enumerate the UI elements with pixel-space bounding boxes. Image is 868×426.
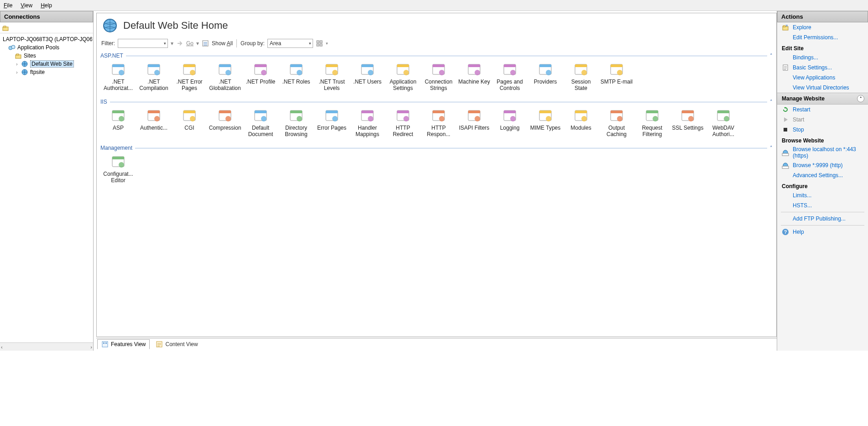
svg-rect-43 — [433, 64, 444, 67]
tree-hscroll[interactable]: ‹› — [0, 342, 93, 351]
tab-content-view[interactable]: Content View — [152, 339, 202, 349]
feature-label: ISAPI Filters — [459, 125, 490, 131]
go-icon[interactable] — [176, 40, 183, 47]
groupby-combo[interactable]: Area — [267, 39, 313, 48]
menu-view[interactable]: View — [21, 2, 32, 9]
feature-icon — [395, 108, 411, 123]
iis-feature-5[interactable]: Directory Browsing — [278, 106, 314, 139]
iis-feature-9[interactable]: HTTP Respon... — [421, 106, 456, 139]
collapse-icon[interactable]: ˄ — [770, 145, 773, 151]
action-browse-9999[interactable]: Browse *:9999 (http) — [777, 160, 868, 170]
action-restart[interactable]: Restart — [777, 105, 868, 115]
iis-feature-7[interactable]: Handler Mappings — [350, 106, 385, 139]
iis-feature-4[interactable]: Default Document — [243, 106, 278, 139]
tab-features-view[interactable]: Features View — [97, 339, 150, 349]
svg-rect-128 — [782, 166, 789, 168]
action-advanced-settings[interactable]: Advanced Settings... — [777, 170, 868, 180]
feature-icon — [324, 62, 340, 77]
expand-icon[interactable]: › — [15, 62, 19, 67]
action-help[interactable]: ? Help — [777, 227, 868, 237]
iis-feature-3[interactable]: Compression — [207, 106, 243, 139]
iis-feature-10[interactable]: ISAPI Filters — [456, 106, 492, 139]
aspnet-feature-7[interactable]: .NET Users — [350, 60, 385, 93]
expand-icon[interactable]: › — [15, 70, 19, 75]
svg-rect-19 — [148, 64, 160, 67]
actions-manage-website[interactable]: Manage Website ˄ — [777, 93, 868, 105]
go-button[interactable]: Go — [186, 40, 193, 47]
collapse-icon[interactable]: ˄ — [770, 53, 773, 59]
aspnet-feature-3[interactable]: .NET Globalization — [207, 60, 243, 93]
aspnet-feature-9[interactable]: Connection Strings — [421, 60, 456, 93]
feature-icon — [110, 62, 126, 77]
iis-feature-13[interactable]: Modules — [563, 106, 599, 139]
iis-feature-0[interactable]: ASP — [100, 106, 136, 139]
iis-feature-17[interactable]: WebDAV Authori... — [706, 106, 741, 139]
mgmt-feature-0[interactable]: Configurat... Editor — [100, 152, 136, 185]
iis-feature-8[interactable]: HTTP Redirect — [385, 106, 421, 139]
tree-app-pools[interactable]: Application Pools — [2, 43, 93, 52]
feature-label: Default Document — [244, 125, 277, 137]
iis-feature-6[interactable]: Error Pages — [314, 106, 350, 139]
aspnet-feature-2[interactable]: .NET Error Pages — [172, 60, 207, 93]
action-bindings[interactable]: Bindings... — [777, 53, 868, 63]
action-explore[interactable]: Explore — [777, 22, 868, 32]
action-hsts[interactable]: HSTS... — [777, 200, 868, 210]
iis-feature-12[interactable]: MIME Types — [528, 106, 563, 139]
globe-icon — [102, 18, 118, 33]
feature-icon — [253, 62, 268, 77]
menu-file[interactable]: File — [4, 2, 12, 9]
aspnet-feature-10[interactable]: Machine Key — [456, 60, 492, 93]
feature-label: .NET Roles — [282, 79, 310, 85]
aspnet-feature-6[interactable]: .NET Trust Levels — [314, 60, 350, 93]
svg-rect-73 — [255, 110, 267, 113]
action-limits[interactable]: Limits... — [777, 190, 868, 200]
aspnet-feature-12[interactable]: Providers — [528, 60, 563, 93]
svg-rect-61 — [112, 110, 124, 113]
aspnet-feature-4[interactable]: .NET Profile — [243, 60, 278, 93]
collapse-icon[interactable]: ˄ — [770, 99, 773, 105]
showall-icon[interactable] — [202, 40, 209, 47]
iis-feature-14[interactable]: Output Caching — [599, 106, 634, 139]
action-basic-settings[interactable]: Basic Settings... — [777, 63, 868, 73]
connect-icon[interactable] — [2, 24, 9, 32]
action-stop[interactable]: Stop — [777, 125, 868, 135]
aspnet-feature-8[interactable]: Application Settings — [385, 60, 421, 93]
tree-ftpsite[interactable]: › ftpsite — [2, 68, 93, 76]
feature-icon — [217, 62, 233, 77]
aspnet-feature-11[interactable]: Pages and Controls — [492, 60, 528, 93]
svg-point-29 — [261, 70, 267, 75]
svg-rect-34 — [326, 64, 338, 67]
svg-rect-5 — [16, 54, 19, 55]
content-view-icon — [156, 341, 163, 348]
iis-feature-15[interactable]: Request Filtering — [634, 106, 670, 139]
aspnet-feature-1[interactable]: .NET Compilation — [136, 60, 172, 93]
action-view-applications[interactable]: View Applications — [777, 73, 868, 83]
aspnet-feature-14[interactable]: SMTP E-mail — [599, 60, 634, 93]
feature-label: Directory Browsing — [279, 125, 313, 137]
action-edit-permissions[interactable]: Edit Permissions... — [777, 32, 868, 42]
features-view-icon — [101, 341, 109, 348]
action-view-vdirs[interactable]: View Virtual Directories — [777, 83, 868, 93]
filter-input[interactable] — [118, 39, 168, 48]
svg-rect-67 — [183, 110, 195, 113]
iis-feature-11[interactable]: Logging — [492, 106, 528, 139]
svg-point-92 — [475, 116, 480, 121]
tree-sites[interactable]: Sites — [2, 52, 93, 60]
tree-default-web-site[interactable]: › Default Web Site — [2, 60, 93, 68]
iis-feature-16[interactable]: SSL Settings — [670, 106, 706, 139]
chevron-up-icon[interactable]: ˄ — [857, 95, 864, 102]
action-add-ftp[interactable]: Add FTP Publishing... — [777, 214, 868, 224]
aspnet-feature-13[interactable]: Session State — [563, 60, 599, 93]
action-browse-443[interactable]: Browse localhost on *:443 (https) — [777, 145, 868, 160]
menu-help[interactable]: Help — [41, 2, 52, 9]
tree-server-node[interactable]: LAPTOP-JQ068T3Q (LAPTOP-JQ068T3 — [2, 35, 93, 43]
action-start[interactable]: Start — [777, 115, 868, 125]
iis-feature-1[interactable]: Authentic... — [136, 106, 172, 139]
globe-icon — [21, 60, 28, 68]
iis-feature-2[interactable]: CGI — [172, 106, 207, 139]
app-pools-icon — [8, 44, 16, 51]
view-mode-icon[interactable] — [316, 40, 323, 47]
show-all-button[interactable]: Show All — [212, 40, 233, 47]
aspnet-feature-0[interactable]: .NET Authorizat... — [100, 60, 136, 93]
aspnet-feature-5[interactable]: .NET Roles — [278, 60, 314, 93]
